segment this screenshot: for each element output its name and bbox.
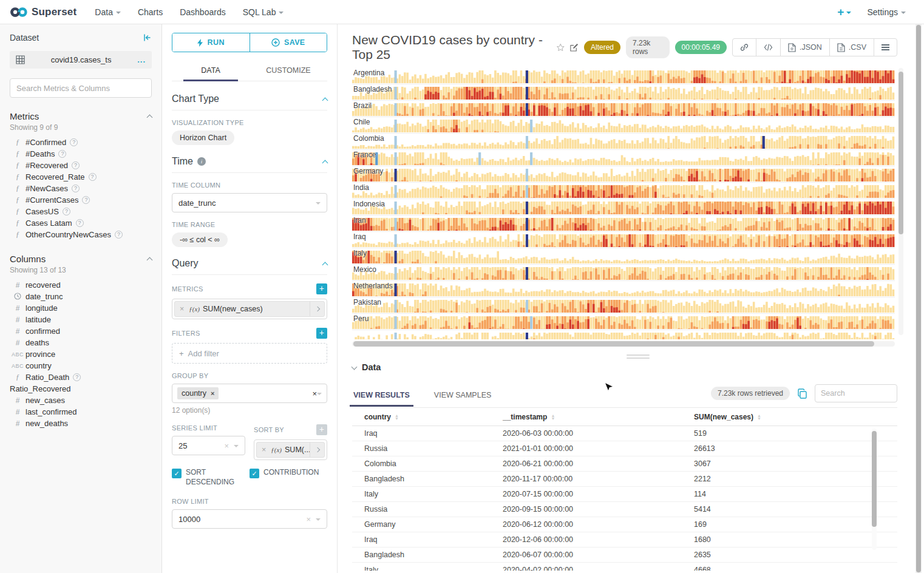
sort-by-chip[interactable]: × ƒ(x) SUM(... (256, 442, 325, 458)
embed-code-button[interactable] (756, 38, 781, 56)
horizon-chart[interactable]: ArgentinaBangladeshBrazilChileColombiaFr… (352, 68, 895, 339)
sort-icons[interactable]: ▲▼ (395, 414, 399, 420)
copy-icon[interactable] (797, 388, 807, 399)
horizon-row-indonesia[interactable]: Indonesia (352, 199, 895, 215)
data-panel-header[interactable]: Data (352, 362, 897, 372)
list-item[interactable]: ƒ#Confirmed? (10, 137, 152, 148)
run-button[interactable]: RUN (172, 33, 250, 52)
export-json-button[interactable]: .JSON (780, 38, 830, 56)
scrollbar-thumb[interactable] (872, 431, 877, 527)
list-item[interactable]: ƒCases Latam? (10, 217, 152, 229)
chart-vertical-scrollbar[interactable] (899, 68, 903, 335)
chart-menu-button[interactable] (874, 38, 897, 56)
scrollbar-thumb[interactable] (899, 72, 903, 234)
collapse-section-icon[interactable] (322, 160, 328, 166)
horizon-row-brazil[interactable]: Brazil (352, 101, 895, 117)
new-item-button[interactable]: + (837, 5, 851, 19)
collapse-section-icon[interactable] (322, 97, 328, 103)
scrollbar-thumb[interactable] (353, 341, 874, 347)
horizon-row-iraq[interactable]: Iraq (352, 232, 895, 248)
nav-item-dashboards[interactable]: Dashboards (180, 7, 226, 17)
sort-descending-checkbox[interactable]: ✓ SORT DESCENDING (172, 468, 250, 487)
results-search-input[interactable] (815, 384, 897, 402)
table-vertical-scrollbar[interactable] (872, 429, 877, 550)
export-csv-button[interactable]: .CSV (829, 38, 874, 56)
sort-icons[interactable]: ▲▼ (551, 414, 555, 420)
list-item[interactable]: #confirmed (10, 325, 152, 337)
scrollbar-thumb[interactable] (916, 25, 921, 572)
collapse-metrics-icon[interactable] (147, 115, 153, 121)
nav-item-sql-lab[interactable]: SQL Lab (243, 7, 284, 17)
horizon-row-india[interactable]: India (352, 183, 895, 199)
remove-sort-icon[interactable]: × (257, 446, 271, 454)
list-item[interactable]: ABCprovince (10, 348, 152, 360)
add-filter-dropzone[interactable]: +Add filter (172, 343, 327, 364)
series-limit-select[interactable]: 25 × (172, 436, 245, 455)
list-item[interactable]: #deaths (10, 337, 152, 348)
open-sort-icon[interactable] (310, 442, 324, 457)
horizon-row-iran[interactable]: Iran (352, 215, 895, 232)
horizon-row-italy[interactable]: Italy (352, 248, 895, 265)
list-item[interactable]: date_trunc (10, 291, 152, 302)
list-item[interactable]: ƒ#CurrentCases? (10, 194, 152, 206)
nav-item-charts[interactable]: Charts (138, 7, 163, 17)
open-metric-icon[interactable] (310, 302, 324, 316)
list-item[interactable]: ƒ#Deaths? (10, 148, 152, 160)
horizon-row-bangladesh[interactable]: Bangladesh (352, 84, 895, 101)
metrics-columns-search-input[interactable] (10, 78, 152, 98)
list-item[interactable]: ƒ#Recovered? (10, 160, 152, 171)
list-item[interactable]: #latitude (10, 314, 152, 325)
sort-icons[interactable]: ▲▼ (757, 414, 761, 420)
horizon-row-chile[interactable]: Chile (352, 117, 895, 134)
list-item[interactable]: #longitude (10, 302, 152, 314)
tab-view-results[interactable]: VIEW RESULTS (352, 386, 411, 406)
list-item[interactable]: ƒRatio_Death? (10, 371, 152, 383)
add-metric-button[interactable]: + (316, 283, 327, 294)
altered-badge[interactable]: Altered (584, 41, 620, 54)
list-item[interactable]: Ratio_Recovered (10, 383, 152, 395)
remove-tag-icon[interactable]: × (211, 390, 214, 397)
list-item[interactable]: #last_confirmed (10, 406, 152, 418)
list-item[interactable]: #new_cases (10, 395, 152, 406)
list-item[interactable]: ƒ#NewCases? (10, 183, 152, 194)
column-header-sum-new-cases-[interactable]: SUM(new_cases)▲▼ (694, 413, 897, 421)
dataset-item[interactable]: covid19.cases_ts ... (10, 51, 152, 69)
column-header--timestamp[interactable]: __timestamp▲▼ (503, 413, 694, 421)
horizon-row-mexico[interactable]: Mexico (352, 265, 895, 281)
tab-data[interactable]: DATA (172, 61, 250, 81)
list-item[interactable]: ƒRecovered_Rate? (10, 171, 152, 183)
add-sort-button[interactable]: + (316, 424, 327, 435)
time-column-select[interactable]: date_trunc (172, 193, 327, 212)
chart-horizontal-scrollbar[interactable] (352, 341, 895, 347)
horizon-row-argentina[interactable]: Argentina (352, 68, 895, 84)
copy-link-button[interactable] (732, 38, 756, 56)
collapse-panel-icon[interactable] (143, 33, 152, 42)
clear-icon[interactable]: × (224, 441, 229, 450)
column-header-country[interactable]: country▲▼ (352, 413, 503, 421)
list-item[interactable]: #new_deaths (10, 418, 152, 429)
tab-view-samples[interactable]: VIEW SAMPLES (433, 386, 492, 406)
list-item[interactable]: ABCcountry (10, 360, 152, 371)
viz-type-value[interactable]: Horizon Chart (172, 131, 234, 145)
collapse-section-icon[interactable] (322, 262, 328, 268)
horizon-row-france[interactable]: France (352, 150, 895, 166)
favorite-star-icon[interactable] (556, 42, 565, 53)
save-button[interactable]: SAVE (250, 33, 327, 52)
clear-icon[interactable]: × (312, 389, 317, 398)
remove-metric-icon[interactable]: × (175, 305, 189, 313)
metric-chip[interactable]: × ƒ(x) SUM(new_cases) (174, 301, 325, 317)
list-item[interactable]: #recovered (10, 279, 152, 291)
horizon-row-germany[interactable]: Germany (352, 166, 895, 183)
tab-customize[interactable]: CUSTOMIZE (250, 61, 327, 81)
horizon-row-peru[interactable]: Peru (352, 314, 895, 330)
page-scrollbar[interactable] (916, 24, 922, 573)
list-item[interactable]: ƒCasesUS? (10, 206, 152, 217)
panel-resize-handle[interactable] (627, 354, 650, 359)
time-range-value[interactable]: -∞ ≤ col < ∞ (172, 232, 228, 247)
edit-pencil-icon[interactable] (570, 42, 579, 52)
horizon-row-netherlands[interactable]: Netherlands (352, 281, 895, 297)
horizon-row-pakistan[interactable]: Pakistan (352, 297, 895, 314)
superset-logo[interactable]: Superset (10, 6, 76, 18)
clear-icon[interactable]: × (306, 515, 311, 524)
horizon-row-partial[interactable] (352, 330, 895, 339)
